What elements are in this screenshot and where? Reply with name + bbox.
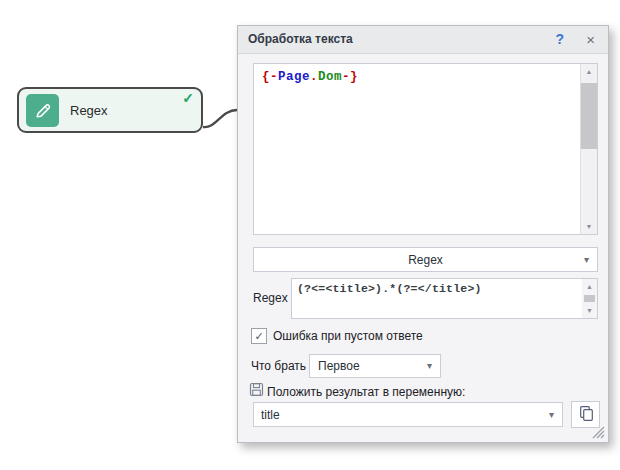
macro-open: {- xyxy=(262,70,278,84)
node-label: Regex xyxy=(70,103,108,118)
take-label: Что брать xyxy=(251,354,306,378)
chevron-down-icon: ▾ xyxy=(549,410,554,420)
success-check-icon: ✓ xyxy=(182,90,194,106)
scroll-up-icon[interactable]: ▲ xyxy=(582,279,597,294)
error-checkbox-row: ✓ Ошибка при пустом ответе xyxy=(251,328,423,344)
save-row: Положить результат в переменную: xyxy=(249,382,465,401)
chevron-down-icon: ▾ xyxy=(427,361,432,371)
save-label: Положить результат в переменную: xyxy=(267,385,465,399)
regex-scrollbar[interactable]: ▲ ▼ xyxy=(582,279,597,318)
text-processing-panel: Обработка текста ? × {-Page.Dom-} ▲ ▼ Re… xyxy=(237,25,609,443)
error-checkbox[interactable]: ✓ xyxy=(251,328,267,344)
macro-dot: . xyxy=(310,70,318,84)
panel-title: Обработка текста xyxy=(248,26,353,53)
macro-object: Page xyxy=(278,70,310,84)
source-scrollbar[interactable]: ▲ ▼ xyxy=(580,64,597,234)
copy-icon xyxy=(578,405,594,425)
action-dropdown-value: Regex xyxy=(408,253,443,267)
scroll-down-icon[interactable]: ▼ xyxy=(582,303,597,318)
macro-property: Dom xyxy=(318,70,342,84)
variable-value: title xyxy=(254,408,280,422)
copy-variable-button[interactable] xyxy=(571,401,600,428)
regex-input[interactable]: (?<=<title>).*(?=</title>) ▲ ▼ xyxy=(291,278,598,319)
action-dropdown[interactable]: Regex ▾ xyxy=(253,247,598,272)
help-icon[interactable]: ? xyxy=(555,26,564,53)
variable-combobox[interactable]: title ▾ xyxy=(253,402,563,427)
panel-header: Обработка текста ? × xyxy=(238,26,608,54)
close-icon[interactable]: × xyxy=(586,26,595,53)
pencil-icon xyxy=(26,94,59,127)
scroll-up-icon[interactable]: ▲ xyxy=(581,64,597,79)
scroll-thumb[interactable] xyxy=(584,295,595,302)
macro-text: {-Page.Dom-} xyxy=(254,64,597,84)
take-dropdown[interactable]: Первое ▾ xyxy=(309,354,441,378)
resize-grip[interactable] xyxy=(591,425,605,439)
save-icon xyxy=(249,382,264,401)
regex-node[interactable]: Regex ✓ xyxy=(17,87,203,133)
chevron-down-icon: ▾ xyxy=(584,255,589,265)
source-text-editor[interactable]: {-Page.Dom-} ▲ ▼ xyxy=(253,63,598,235)
scroll-thumb[interactable] xyxy=(581,83,597,149)
check-icon: ✓ xyxy=(254,331,263,342)
regex-value: (?<=<title>).*(?=</title>) xyxy=(292,279,597,295)
scroll-down-icon[interactable]: ▼ xyxy=(581,219,597,234)
take-dropdown-value: Первое xyxy=(310,359,360,373)
regex-field-label: Regex xyxy=(253,278,288,318)
error-checkbox-label: Ошибка при пустом ответе xyxy=(273,329,423,343)
macro-close: -} xyxy=(342,70,358,84)
